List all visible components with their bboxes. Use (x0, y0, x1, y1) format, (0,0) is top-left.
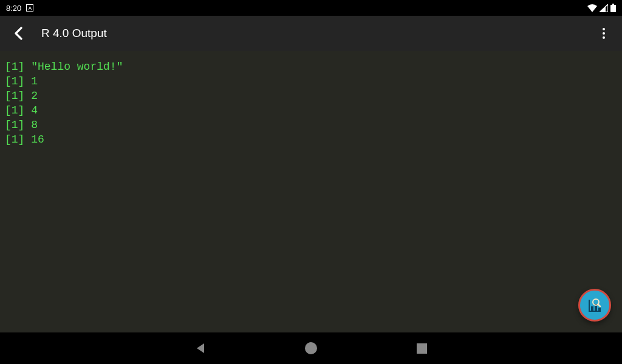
circle-icon (305, 342, 317, 354)
output-line: [1] "Hello world!" (5, 59, 617, 74)
output-line: [1] 8 (5, 118, 617, 132)
svg-rect-0 (610, 5, 616, 12)
nav-back-button[interactable] (194, 342, 207, 355)
terminal-output: [1] "Hello world!" [1] 1 [1] 2 [1] 4 [1]… (0, 51, 622, 332)
notification-icon: A (26, 4, 33, 12)
battery-icon (610, 4, 616, 12)
status-clock: 8:20 (6, 4, 21, 13)
output-line: [1] 1 (5, 74, 617, 89)
plot-viewer-fab[interactable] (578, 289, 611, 322)
status-bar: 8:20 A (0, 0, 622, 16)
output-line: [1] 16 (5, 132, 617, 147)
triangle-left-icon (194, 342, 207, 354)
system-nav-bar (0, 332, 622, 364)
chart-plot-icon (586, 297, 603, 314)
chevron-left-icon (14, 27, 22, 40)
back-button[interactable] (9, 24, 28, 43)
overflow-menu-button[interactable] (594, 24, 613, 43)
app-bar: R 4.0 Output (0, 16, 622, 51)
cell-signal-icon (600, 4, 608, 12)
nav-recents-button[interactable] (415, 342, 428, 355)
svg-rect-2 (591, 306, 593, 311)
svg-rect-1 (612, 4, 614, 5)
page-title: R 4.0 Output (41, 27, 594, 40)
output-line: [1] 2 (5, 89, 617, 103)
svg-line-6 (598, 305, 601, 307)
wifi-icon (587, 4, 597, 12)
output-line: [1] 4 (5, 103, 617, 118)
nav-home-button[interactable] (304, 342, 318, 355)
square-icon (417, 343, 427, 354)
dots-vertical-icon (603, 28, 605, 30)
svg-rect-4 (598, 308, 601, 311)
